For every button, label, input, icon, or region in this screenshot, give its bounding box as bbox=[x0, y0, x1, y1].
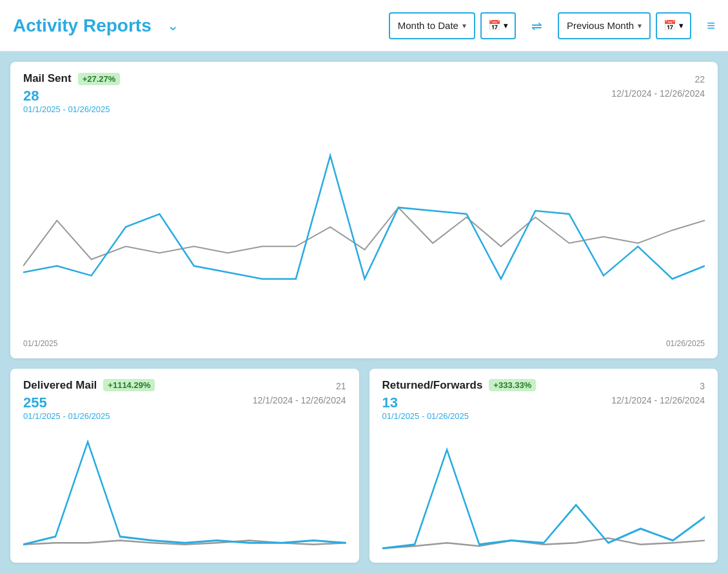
swap-icon[interactable]: ⇌ bbox=[526, 18, 547, 34]
delivered-mail-primary-date: 01/1/2025 - 01/26/2025 bbox=[23, 411, 155, 421]
delivered-mail-secondary-date: 12/1/2024 - 12/26/2024 bbox=[253, 393, 346, 407]
delivered-mail-badge: +1114.29% bbox=[103, 379, 155, 391]
page-header: Activity Reports ⌄ Month to Date ▾ 📅 ▾ ⇌… bbox=[0, 0, 728, 52]
mail-sent-title: Mail Sent bbox=[23, 72, 72, 85]
returned-forwards-secondary: 3 12/1/2024 - 12/26/2024 bbox=[611, 379, 705, 408]
mail-sent-secondary-date: 12/1/2024 - 12/26/2024 bbox=[611, 86, 705, 101]
period1-label: Month to Date bbox=[398, 20, 458, 31]
mail-sent-secondary: 22 12/1/2024 - 12/26/2024 bbox=[611, 72, 705, 101]
period2-filter: Previous Month ▾ 📅 ▾ bbox=[558, 12, 691, 39]
calendar1-icon: 📅 bbox=[488, 19, 501, 32]
period1-calendar-btn[interactable]: 📅 ▾ bbox=[480, 12, 516, 39]
period1-caret-icon: ▾ bbox=[462, 21, 466, 30]
returned-forwards-badge: +333.33% bbox=[489, 379, 536, 391]
returned-forwards-chart bbox=[382, 426, 705, 552]
settings-icon[interactable]: ≡ bbox=[707, 17, 715, 34]
mail-sent-primary-date: 01/1/2025 - 01/26/2025 bbox=[23, 104, 120, 114]
cal2-caret-icon: ▾ bbox=[679, 21, 684, 30]
period1-dropdown[interactable]: Month to Date ▾ bbox=[389, 12, 475, 39]
period2-calendar-btn[interactable]: 📅 ▾ bbox=[656, 12, 691, 39]
returned-forwards-card: Returned/Forwards +333.33% 13 01/1/2025 … bbox=[369, 369, 718, 563]
period2-label: Previous Month bbox=[567, 20, 634, 31]
returned-forwards-primary-value: 13 bbox=[382, 394, 536, 411]
mail-sent-x-end: 01/26/2025 bbox=[666, 339, 705, 348]
period2-dropdown[interactable]: Previous Month ▾ bbox=[558, 12, 651, 39]
mail-sent-card: Mail Sent +27.27% 28 01/1/2025 - 01/26/2… bbox=[10, 62, 718, 358]
delivered-mail-card: Delivered Mail +1114.29% 255 01/1/2025 -… bbox=[10, 369, 359, 563]
mail-sent-badge: +27.27% bbox=[78, 73, 121, 85]
mail-sent-chart bbox=[23, 117, 705, 337]
mail-sent-x-start: 01/1/2025 bbox=[23, 339, 57, 348]
delivered-mail-secondary-value: 21 bbox=[253, 379, 346, 393]
mail-sent-secondary-value: 22 bbox=[611, 72, 705, 86]
returned-forwards-primary-date: 01/1/2025 - 01/26/2025 bbox=[382, 411, 536, 421]
mail-sent-chart-footer: 01/1/2025 01/26/2025 bbox=[23, 339, 705, 348]
returned-forwards-secondary-date: 12/1/2024 - 12/26/2024 bbox=[611, 393, 705, 407]
main-content: Mail Sent +27.27% 28 01/1/2025 - 01/26/2… bbox=[0, 52, 728, 573]
download-icon[interactable]: ⌄ bbox=[167, 17, 179, 34]
bottom-cards-row: Delivered Mail +1114.29% 255 01/1/2025 -… bbox=[10, 369, 718, 563]
delivered-mail-title: Delivered Mail bbox=[23, 379, 97, 392]
page-title: Activity Reports bbox=[13, 15, 152, 36]
delivered-mail-chart bbox=[23, 426, 346, 552]
returned-forwards-title: Returned/Forwards bbox=[382, 379, 483, 392]
returned-forwards-secondary-value: 3 bbox=[611, 379, 705, 393]
delivered-mail-secondary: 21 12/1/2024 - 12/26/2024 bbox=[253, 379, 346, 408]
period1-filter: Month to Date ▾ 📅 ▾ bbox=[389, 12, 516, 39]
period2-caret-icon: ▾ bbox=[638, 21, 642, 30]
delivered-mail-primary-value: 255 bbox=[23, 394, 155, 411]
mail-sent-primary-value: 28 bbox=[23, 88, 120, 104]
cal1-caret-icon: ▾ bbox=[504, 21, 508, 30]
calendar2-icon: 📅 bbox=[664, 19, 676, 32]
